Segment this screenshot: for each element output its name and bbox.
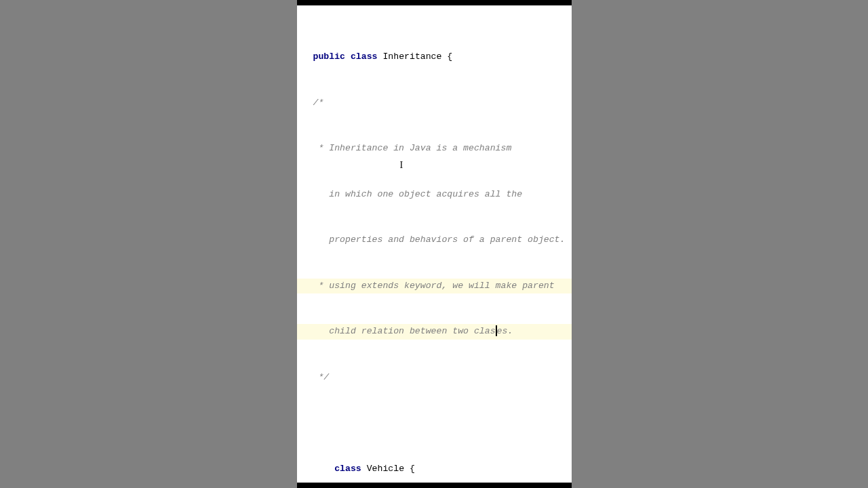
code-line[interactable]: * using extends keyword, we will make pa… <box>297 279 572 294</box>
code-editor-pane[interactable]: public class Inheritance { /* * Inherita… <box>297 0 572 488</box>
comment: * using extends keyword, we will make pa… <box>313 281 555 291</box>
comment: es. <box>497 326 513 336</box>
code-line[interactable] <box>297 415 572 431</box>
comment: in which one object acquires all the <box>313 189 523 199</box>
indent <box>313 464 335 474</box>
code-line[interactable]: * Inheritance in Java is a mechanism <box>297 141 572 157</box>
comment: properties and behaviors of a parent obj… <box>313 235 566 245</box>
code-line[interactable]: class Vehicle { <box>297 462 572 477</box>
keyword-public: public <box>313 52 345 62</box>
code-line[interactable]: */ <box>297 370 572 386</box>
code-line[interactable]: properties and behaviors of a parent obj… <box>297 232 572 248</box>
comment: child relation between two clas <box>313 326 496 336</box>
code-line[interactable]: public class Inheritance { <box>297 49 572 65</box>
code-area[interactable]: public class Inheritance { /* * Inherita… <box>297 5 572 488</box>
keyword-class: class <box>334 464 361 474</box>
class-name: Vehicle { <box>361 464 415 474</box>
code-line-active[interactable]: child relation between two clases. <box>297 324 572 340</box>
comment: /* <box>313 98 324 108</box>
comment: * Inheritance in Java is a mechanism <box>313 143 512 153</box>
mouse-cursor-icon: I <box>400 158 403 174</box>
code-line[interactable]: /* <box>297 96 572 111</box>
class-name: Inheritance { <box>377 52 452 62</box>
keyword-class: class <box>351 52 378 62</box>
comment: */ <box>313 372 330 382</box>
code-line[interactable]: in which one object acquires all the <box>297 187 572 203</box>
